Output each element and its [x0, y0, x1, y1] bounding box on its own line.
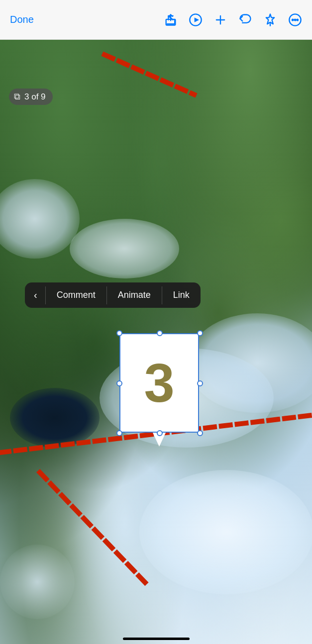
svg-point-9	[297, 19, 298, 20]
page-count-label: 3 of 9	[24, 92, 46, 102]
resize-handle-middle-right[interactable]	[197, 380, 203, 386]
svg-point-7	[292, 19, 294, 20]
ice-patch	[0, 545, 75, 619]
pages-icon: ⧉	[14, 92, 20, 102]
callout-shape[interactable]: 3	[119, 333, 199, 433]
context-menu-comment[interactable]: Comment	[46, 283, 106, 307]
more-button[interactable]	[288, 13, 302, 27]
page-indicator-badge[interactable]: ⧉ 3 of 9	[9, 89, 53, 105]
map-canvas[interactable]: ⧉ 3 of 9 ‹ Comment Animate Link 3	[0, 40, 312, 644]
add-button[interactable]	[213, 13, 227, 27]
resize-handle-bottom-right[interactable]	[197, 430, 203, 436]
play-icon	[189, 13, 203, 27]
ice-patch	[139, 470, 312, 594]
context-menu: ‹ Comment Animate Link	[25, 282, 201, 308]
pin-button[interactable]	[263, 13, 277, 27]
resize-handle-top-left[interactable]	[116, 330, 122, 336]
toolbar: Done	[0, 0, 312, 40]
home-indicator	[123, 638, 190, 640]
undo-button[interactable]	[238, 13, 252, 27]
resize-handle-top-right[interactable]	[197, 330, 203, 336]
callout-number: 3	[144, 356, 174, 410]
done-button[interactable]: Done	[10, 14, 34, 25]
svg-point-8	[295, 19, 296, 20]
resize-handle-top-middle[interactable]	[157, 330, 163, 336]
undo-icon	[238, 13, 252, 27]
ice-patch	[70, 219, 179, 278]
more-icon	[288, 13, 302, 27]
share-button[interactable]	[164, 13, 178, 27]
svg-marker-2	[195, 17, 199, 22]
context-menu-back-button[interactable]: ‹	[25, 282, 45, 308]
add-icon	[213, 13, 227, 27]
water-area	[10, 388, 100, 448]
resize-handle-middle-left[interactable]	[116, 380, 122, 386]
context-menu-animate[interactable]: Animate	[107, 283, 162, 307]
resize-handle-bottom-left[interactable]	[116, 430, 122, 436]
context-menu-link[interactable]: Link	[162, 283, 201, 307]
play-button[interactable]	[189, 13, 203, 27]
pin-icon	[263, 13, 277, 27]
resize-handle-bottom-middle[interactable]	[157, 430, 163, 436]
selected-shape[interactable]: 3	[104, 318, 204, 438]
share-icon	[164, 13, 178, 27]
